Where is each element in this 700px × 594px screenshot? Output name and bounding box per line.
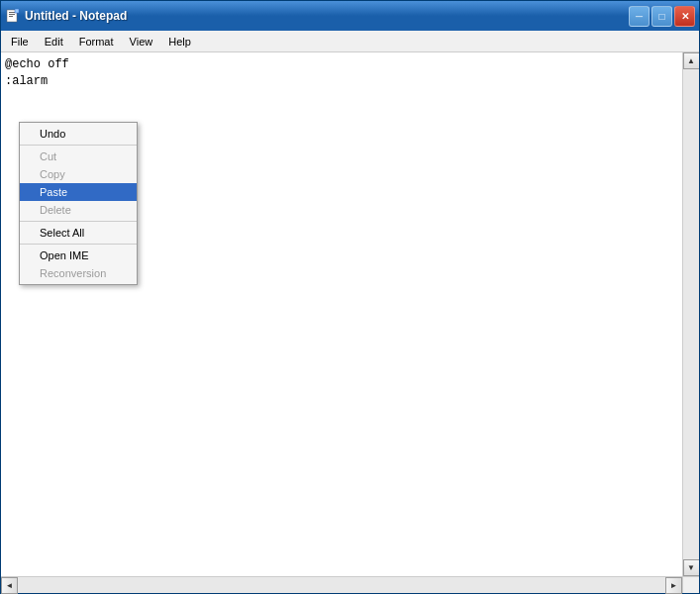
bottom-bar: ◄ ► xyxy=(1,576,699,593)
scroll-track-vertical[interactable] xyxy=(683,69,699,559)
ctx-paste[interactable]: Paste xyxy=(20,183,137,201)
horizontal-scrollbar: ◄ ► xyxy=(1,576,682,593)
menu-help[interactable]: Help xyxy=(160,31,199,51)
menubar: File Edit Format View Help xyxy=(1,31,699,52)
svg-rect-1 xyxy=(9,12,15,13)
titlebar: Untitled - Notepad ─ □ ✕ xyxy=(1,1,699,31)
ctx-separator-2 xyxy=(20,221,137,222)
ctx-copy: Copy xyxy=(20,165,137,183)
scroll-right-button[interactable]: ► xyxy=(665,577,682,594)
maximize-button[interactable]: □ xyxy=(651,6,672,27)
scroll-left-button[interactable]: ◄ xyxy=(1,577,18,594)
scroll-down-button[interactable]: ▼ xyxy=(683,559,700,576)
scroll-track-horizontal[interactable] xyxy=(18,577,665,593)
ctx-separator-3 xyxy=(20,244,137,245)
titlebar-buttons: ─ □ ✕ xyxy=(629,6,695,27)
menu-edit[interactable]: Edit xyxy=(37,31,71,51)
scroll-corner xyxy=(682,576,699,593)
close-button[interactable]: ✕ xyxy=(674,6,695,27)
context-menu: Undo Cut Copy Paste Delete Select All Op… xyxy=(19,122,138,285)
svg-rect-2 xyxy=(9,14,15,15)
content-area: @echo off :alarm ▲ ▼ Undo Cut Copy Paste… xyxy=(1,52,699,576)
window-title: Untitled - Notepad xyxy=(25,9,625,23)
menu-file[interactable]: File xyxy=(3,31,37,51)
vertical-scrollbar: ▲ ▼ xyxy=(682,52,699,576)
minimize-button[interactable]: ─ xyxy=(629,6,650,27)
ctx-reconversion: Reconversion xyxy=(20,264,137,282)
ctx-delete: Delete xyxy=(20,201,137,219)
menu-view[interactable]: View xyxy=(122,31,161,51)
scroll-up-button[interactable]: ▲ xyxy=(683,52,700,69)
ctx-undo[interactable]: Undo xyxy=(20,125,137,143)
menu-format[interactable]: Format xyxy=(71,31,122,51)
ctx-open-ime[interactable]: Open IME xyxy=(20,247,137,264)
ctx-separator-1 xyxy=(20,145,137,146)
svg-rect-4 xyxy=(15,9,19,13)
ctx-select-all[interactable]: Select All xyxy=(20,224,137,242)
svg-rect-3 xyxy=(9,16,13,17)
ctx-cut: Cut xyxy=(20,148,137,165)
app-icon xyxy=(5,8,21,24)
notepad-window: Untitled - Notepad ─ □ ✕ File Edit Forma… xyxy=(0,0,700,594)
